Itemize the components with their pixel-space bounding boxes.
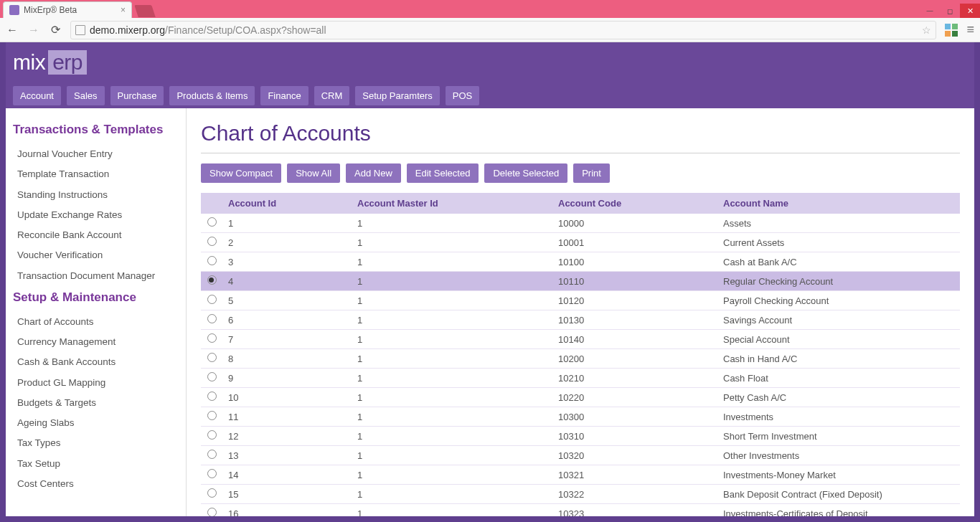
table-row[interactable]: 9110210Cash Float [201, 369, 960, 388]
address-bar[interactable]: demo.mixerp.org/Finance/Setup/COA.aspx?s… [70, 21, 936, 39]
row-select-cell[interactable] [201, 310, 222, 330]
sidebar-item[interactable]: Cash & Bank Accounts [13, 352, 179, 372]
row-select-cell[interactable] [201, 214, 222, 233]
sidebar-item[interactable]: Transaction Document Manager [13, 266, 179, 286]
sidebar-section-transactions: Transactions & Templates [13, 123, 179, 137]
bookmark-icon[interactable]: ☆ [922, 24, 931, 36]
table-row[interactable]: 5110120Payroll Checking Account [201, 291, 960, 310]
row-radio[interactable] [207, 411, 217, 420]
sidebar-item[interactable]: Template Transaction [13, 164, 179, 184]
top-menu-item[interactable]: Purchase [110, 86, 164, 105]
row-select-cell[interactable] [201, 252, 222, 272]
row-radio[interactable] [207, 295, 217, 304]
row-select-cell[interactable] [201, 233, 222, 252]
table-row[interactable]: 3110100Cash at Bank A/C [201, 252, 960, 272]
table-row[interactable]: 15110322Bank Deposit Contract (Fixed Dep… [201, 485, 960, 504]
row-radio[interactable] [207, 372, 217, 381]
top-menu-item[interactable]: POS [446, 86, 479, 105]
row-radio[interactable] [207, 217, 217, 227]
sidebar-item[interactable]: Cost Centers [13, 474, 179, 494]
accounts-table: Account IdAccount Master IdAccount CodeA… [201, 193, 960, 516]
table-header[interactable]: Account Name [717, 193, 960, 214]
maximize-button[interactable] [940, 4, 960, 18]
top-menu-item[interactable]: CRM [314, 86, 350, 105]
table-row[interactable]: 1110000Assets [201, 214, 960, 233]
window-close-button[interactable] [960, 4, 980, 18]
row-select-cell[interactable] [201, 504, 222, 517]
row-select-cell[interactable] [201, 407, 222, 427]
close-icon[interactable]: × [121, 5, 126, 15]
table-cell: 1 [352, 349, 552, 369]
table-header[interactable]: Account Code [552, 193, 717, 214]
table-row[interactable]: 11110300Investments [201, 407, 960, 427]
top-menu-item[interactable]: Sales [67, 86, 105, 105]
sidebar-item[interactable]: Chart of Accounts [13, 312, 179, 332]
row-radio[interactable] [207, 314, 217, 323]
table-row[interactable]: 13110320Other Investments [201, 446, 960, 465]
extension-icon[interactable] [945, 24, 958, 37]
sidebar-item[interactable]: Reconcile Bank Account [13, 225, 179, 245]
table-row[interactable]: 14110321Investments-Money Market [201, 465, 960, 485]
action-button[interactable]: Print [573, 163, 610, 183]
back-icon[interactable]: ← [6, 24, 19, 37]
row-select-cell[interactable] [201, 485, 222, 504]
sidebar-item[interactable]: Tax Setup [13, 454, 179, 474]
action-button[interactable]: Show Compact [201, 163, 281, 183]
top-menu-item[interactable]: Finance [260, 86, 308, 105]
sidebar-item[interactable]: Tax Types [13, 433, 179, 453]
row-select-cell[interactable] [201, 465, 222, 485]
svg-rect-1 [952, 24, 958, 29]
action-button[interactable]: Edit Selected [407, 163, 479, 183]
action-button[interactable]: Show All [287, 163, 340, 183]
top-menu-item[interactable]: Setup Paramters [355, 86, 440, 105]
row-select-cell[interactable] [201, 388, 222, 407]
table-header[interactable]: Account Master Id [352, 193, 552, 214]
row-select-cell[interactable] [201, 446, 222, 465]
row-select-cell[interactable] [201, 330, 222, 349]
row-select-cell[interactable] [201, 349, 222, 369]
row-radio[interactable] [207, 333, 217, 343]
sidebar-item[interactable]: Voucher Verification [13, 245, 179, 265]
row-radio[interactable] [207, 508, 217, 516]
row-radio[interactable] [207, 430, 217, 440]
row-radio[interactable] [207, 275, 217, 285]
row-radio[interactable] [207, 488, 217, 498]
table-row[interactable]: 16110323Investments-Certificates of Depo… [201, 504, 960, 517]
sidebar-item[interactable]: Update Exchange Rates [13, 205, 179, 225]
table-row[interactable]: 12110310Short Term Investment [201, 427, 960, 446]
table-row[interactable]: 6110130Savings Account [201, 310, 960, 330]
top-menu: AccountSalesPurchaseProducts & ItemsFina… [6, 82, 974, 108]
row-select-cell[interactable] [201, 291, 222, 310]
row-radio[interactable] [207, 469, 217, 478]
table-row[interactable]: 7110140Special Account [201, 330, 960, 349]
reload-icon[interactable]: ⟳ [49, 23, 62, 37]
row-radio[interactable] [207, 450, 217, 459]
sidebar-item[interactable]: Journal Voucher Entry [13, 144, 179, 164]
row-radio[interactable] [207, 353, 217, 362]
browser-tab[interactable]: MixErp® Beta × [3, 1, 132, 18]
table-header[interactable]: Account Id [222, 193, 352, 214]
row-radio[interactable] [207, 392, 217, 401]
forward-icon[interactable]: → [27, 24, 40, 37]
action-button[interactable]: Add New [346, 163, 401, 183]
sidebar-item[interactable]: Currency Management [13, 332, 179, 352]
top-menu-item[interactable]: Products & Items [169, 86, 255, 105]
action-button[interactable]: Delete Selected [484, 163, 567, 183]
row-select-cell[interactable] [201, 427, 222, 446]
table-row[interactable]: 2110001Current Assets [201, 233, 960, 252]
row-radio[interactable] [207, 256, 217, 265]
hamburger-icon[interactable]: ≡ [966, 22, 974, 37]
table-row[interactable]: 4110110Regular Checking Account [201, 272, 960, 291]
minimize-button[interactable] [920, 4, 940, 18]
table-row[interactable]: 10110220Petty Cash A/C [201, 388, 960, 407]
sidebar-item[interactable]: Standing Instructions [13, 185, 179, 205]
sidebar-item[interactable]: Budgets & Targets [13, 393, 179, 413]
table-row[interactable]: 8110200Cash in Hand A/C [201, 349, 960, 369]
row-select-cell[interactable] [201, 369, 222, 388]
top-menu-item[interactable]: Account [13, 86, 61, 105]
sidebar-item[interactable]: Ageing Slabs [13, 413, 179, 433]
new-tab-button[interactable] [134, 5, 156, 17]
row-select-cell[interactable] [201, 272, 222, 291]
row-radio[interactable] [207, 237, 217, 246]
sidebar-item[interactable]: Product GL Mapping [13, 373, 179, 393]
